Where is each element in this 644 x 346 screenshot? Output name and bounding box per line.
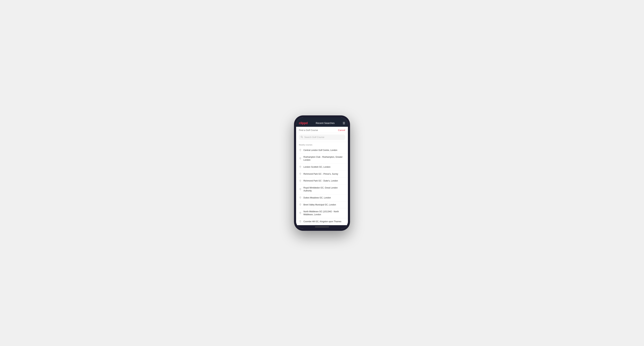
nav-title: Recent Searches xyxy=(316,122,334,125)
course-name: Royal Wimbledon GC, Great London Authori… xyxy=(304,186,345,192)
course-name: Richmond Park GC - Duke's, London xyxy=(304,179,338,182)
pin-icon xyxy=(299,212,302,214)
pin-icon xyxy=(299,166,302,168)
pin-icon xyxy=(299,149,302,152)
find-header: Find a Golf Course Cancel xyxy=(296,127,348,133)
list-item[interactable]: Royal Wimbledon GC, Great London Authori… xyxy=(296,184,348,194)
app-logo: clippd xyxy=(299,121,308,125)
course-name: Richmond Park GC - Prince's, Surrey xyxy=(304,173,338,175)
list-item[interactable]: Brent Valley Municipal GC, London xyxy=(296,201,348,208)
course-name: Dukes Meadows GC, London xyxy=(304,196,331,199)
svg-point-10 xyxy=(300,212,301,213)
course-list: Central London Golf Centre, London Roeha… xyxy=(296,147,348,225)
home-indicator xyxy=(296,225,348,229)
svg-point-2 xyxy=(300,150,301,150)
list-item[interactable]: Coombe Hill GC, Kingston upon Thames xyxy=(296,218,348,225)
list-item[interactable]: Richmond Park GC - Prince's, Surrey xyxy=(296,171,348,178)
pin-icon xyxy=(299,188,302,191)
list-item[interactable]: Central London Golf Centre, London xyxy=(296,147,348,154)
pin-icon xyxy=(299,157,302,160)
course-name: London Scottish GC, London xyxy=(304,166,330,169)
course-name: Coombe Hill GC, Kingston upon Thames xyxy=(304,220,342,223)
course-name: Roehampton Club - Roehampton, Greater Lo… xyxy=(304,156,345,162)
phone-screen: clippd Recent Searches ☰ Find a Golf Cou… xyxy=(296,118,348,229)
phone-frame: clippd Recent Searches ☰ Find a Golf Cou… xyxy=(294,115,350,231)
course-name: Central London Golf Centre, London xyxy=(304,149,337,152)
svg-point-3 xyxy=(300,158,301,159)
svg-point-6 xyxy=(300,180,301,181)
svg-point-11 xyxy=(300,221,301,221)
pin-icon xyxy=(299,179,302,182)
search-box xyxy=(296,133,348,142)
home-bar xyxy=(315,227,329,227)
pin-icon xyxy=(299,173,302,175)
list-item[interactable]: North Middlesex GC (1011942 - North Midd… xyxy=(296,208,348,218)
svg-point-4 xyxy=(300,166,301,167)
svg-line-1 xyxy=(302,137,303,138)
pin-icon xyxy=(299,196,302,199)
content-area: Find a Golf Course Cancel Nearby courses xyxy=(296,127,348,225)
list-item[interactable]: Richmond Park GC - Duke's, London xyxy=(296,177,348,184)
list-item[interactable]: Roehampton Club - Roehampton, Greater Lo… xyxy=(296,154,348,164)
nearby-section-label: Nearby courses xyxy=(296,142,348,147)
svg-point-8 xyxy=(300,197,301,197)
course-name: North Middlesex GC (1011942 - North Midd… xyxy=(304,210,345,216)
search-input[interactable] xyxy=(304,136,343,139)
list-item[interactable]: Dukes Meadows GC, London xyxy=(296,194,348,201)
list-item[interactable]: London Scottish GC, London xyxy=(296,164,348,171)
search-input-wrapper[interactable] xyxy=(299,135,345,140)
svg-point-7 xyxy=(300,189,301,189)
search-icon xyxy=(301,136,303,139)
svg-point-9 xyxy=(300,204,301,204)
nav-bar: clippd Recent Searches ☰ xyxy=(296,120,348,127)
course-name: Brent Valley Municipal GC, London xyxy=(304,203,336,206)
menu-icon[interactable]: ☰ xyxy=(343,122,345,125)
pin-icon xyxy=(299,220,302,223)
status-bar xyxy=(296,118,348,120)
cancel-button[interactable]: Cancel xyxy=(338,129,345,132)
pin-icon xyxy=(299,203,302,206)
svg-point-5 xyxy=(300,173,301,174)
find-label: Find a Golf Course xyxy=(299,129,318,132)
